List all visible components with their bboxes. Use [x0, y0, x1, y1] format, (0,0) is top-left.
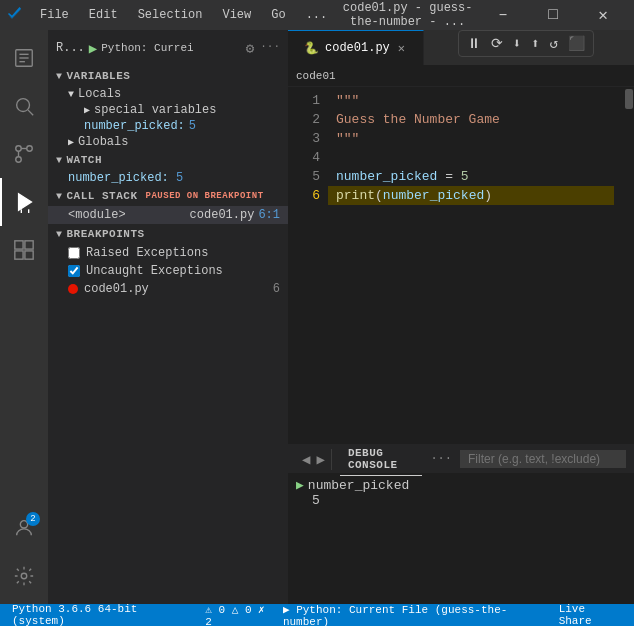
play-icon[interactable]: ▶	[89, 40, 97, 57]
activity-source-control[interactable]	[0, 130, 48, 178]
more-actions-icon[interactable]: ···	[260, 40, 280, 57]
panel-nav-right-icon[interactable]: ▶	[314, 449, 326, 470]
locals-tree-item[interactable]: ▼ Locals	[48, 86, 288, 102]
code-lines[interactable]: """ Guess the Number Game """ number_pic…	[328, 87, 614, 444]
editor-main: code01 1 2 3 4 5 6	[288, 65, 634, 604]
title-bar: File Edit Selection View Go ... code01.p…	[0, 0, 634, 30]
python-version-status[interactable]: Python 3.6.6 64-bit (system)	[8, 603, 193, 626]
activity-extensions[interactable]	[0, 226, 48, 274]
code-string-2: Guess the Number Game	[336, 110, 500, 129]
number-picked-item[interactable]: number_picked: 5	[48, 118, 288, 134]
edit-menu[interactable]: Edit	[81, 6, 126, 24]
call-stack-module: <module>	[68, 208, 190, 222]
file-menu[interactable]: File	[32, 6, 77, 24]
selection-menu[interactable]: Selection	[130, 6, 211, 24]
svg-point-4	[17, 99, 30, 112]
restart-button[interactable]: ↺	[548, 33, 560, 54]
breakpoint-line-number: 6	[273, 282, 280, 296]
svg-rect-17	[25, 251, 33, 259]
config-label[interactable]: Python: Currei	[101, 42, 193, 54]
step-over-button[interactable]: ⟳	[489, 33, 505, 54]
code-num-5: 5	[461, 167, 469, 186]
sidebar-actions: ⚙ ···	[246, 40, 280, 57]
special-variables-label: special variables	[94, 103, 216, 117]
code-var-number-picked-arg: number_picked	[383, 186, 484, 205]
globals-tree-item[interactable]: ▶ Globals	[48, 134, 288, 150]
vscode-logo-icon	[8, 7, 24, 23]
code-line-6: ➤ print ( number_picked )	[328, 186, 614, 205]
variables-label: VARIABLES	[67, 70, 131, 82]
breakpoint-uncaught-exceptions[interactable]: Uncaught Exceptions	[48, 262, 288, 280]
locals-label: Locals	[78, 87, 121, 101]
watch-section-header[interactable]: ▼ WATCH	[48, 150, 288, 170]
activity-run-debug[interactable]	[0, 178, 48, 226]
debug-console-tab[interactable]: DEBUG CONSOLE	[340, 443, 423, 476]
activity-search[interactable]	[0, 82, 48, 130]
debug-panel-content[interactable]: ▶ number_picked 5	[288, 473, 634, 604]
python-run-status[interactable]: ▶ Python: Current File (guess-the-number…	[279, 603, 547, 627]
svg-point-7	[27, 146, 33, 152]
tab-close-button[interactable]: ✕	[396, 40, 407, 57]
scrollbar[interactable]	[624, 87, 634, 444]
raised-exceptions-label: Raised Exceptions	[86, 246, 280, 260]
view-menu[interactable]: View	[214, 6, 259, 24]
continue-button[interactable]: ⏸	[465, 34, 483, 54]
close-button[interactable]: ✕	[580, 0, 626, 30]
svg-rect-16	[15, 251, 23, 259]
line-num-1: 1	[288, 91, 320, 110]
call-stack-label: CALL STACK	[67, 190, 138, 202]
live-share-label: Live Share	[559, 603, 622, 626]
breakpoints-section-header[interactable]: ▼ BREAKPOINTS	[48, 224, 288, 244]
uncaught-exceptions-checkbox[interactable]	[68, 265, 80, 277]
step-into-button[interactable]: ⬇	[511, 33, 523, 54]
sidebar-header: R... ▶ Python: Currei ⚙ ···	[48, 30, 288, 66]
activity-explorer[interactable]	[0, 34, 48, 82]
minimap	[614, 87, 624, 444]
more-menu[interactable]: ...	[298, 6, 336, 24]
step-out-button[interactable]: ⬆	[529, 33, 541, 54]
errors-warnings-status[interactable]: ⚠ 0 △ 0 ✗ 2	[201, 603, 279, 627]
svg-line-5	[28, 110, 33, 115]
svg-marker-11	[19, 194, 32, 211]
python-run-label: ▶ Python: Current File (guess-the-number…	[283, 603, 543, 627]
code-equals: =	[437, 167, 460, 186]
svg-point-6	[16, 157, 22, 163]
breadcrumb: code01	[288, 65, 634, 87]
call-stack-chevron: ▼	[56, 191, 63, 202]
globals-chevron: ▶	[68, 136, 74, 148]
svg-point-19	[21, 573, 27, 579]
code-var-number-picked: number_picked	[336, 167, 437, 186]
main-layout: 2 R... ▶ Python: Currei ⚙ ···	[0, 30, 634, 604]
tab-label: code01.py	[325, 41, 390, 55]
stop-button[interactable]: ⬛	[566, 33, 587, 54]
panel-filter-input[interactable]	[460, 450, 626, 468]
call-stack-item-0[interactable]: <module> code01.py 6:1	[48, 206, 288, 224]
tab-code01[interactable]: 🐍 code01.py ✕	[288, 30, 424, 65]
activity-account[interactable]: 2	[0, 504, 48, 552]
debug-prompt-line: ▶ number_picked	[296, 477, 626, 493]
code-line-5: number_picked = 5	[328, 167, 614, 186]
go-menu[interactable]: Go	[263, 6, 293, 24]
panel-nav: ◀ ▶	[296, 449, 332, 470]
panel-more-actions-icon[interactable]: ···	[430, 452, 452, 466]
watch-chevron: ▼	[56, 155, 63, 166]
minimize-button[interactable]: –	[480, 0, 526, 30]
raised-exceptions-checkbox[interactable]	[68, 247, 80, 259]
code-editor[interactable]: 1 2 3 4 5 6 """ Guess the Number Game	[288, 87, 634, 444]
code-line-1: """	[328, 91, 614, 110]
debug-panel: ◀ ▶ DEBUG CONSOLE ··· ▶ number_picked 5	[288, 444, 634, 604]
settings-icon[interactable]: ⚙	[246, 40, 254, 57]
maximize-button[interactable]: □	[530, 0, 576, 30]
watch-expr: number_picked:	[68, 171, 169, 185]
special-variables-item[interactable]: ▶ special variables	[48, 102, 288, 118]
activity-settings[interactable]	[0, 552, 48, 600]
watch-item-0[interactable]: number_picked: 5	[48, 170, 288, 186]
number-picked-name: number_picked:	[84, 119, 185, 133]
window-controls: – □ ✕	[480, 0, 626, 30]
panel-nav-left-icon[interactable]: ◀	[300, 449, 312, 470]
live-share-status[interactable]: Live Share	[555, 603, 626, 626]
variables-section-header[interactable]: ▼ VARIABLES	[48, 66, 288, 86]
call-stack-section-header[interactable]: ▼ CALL STACK PAUSED ON BREAKPOINT	[48, 186, 288, 206]
breakpoint-raised-exceptions[interactable]: Raised Exceptions	[48, 244, 288, 262]
breakpoint-code01[interactable]: code01.py 6	[48, 280, 288, 298]
